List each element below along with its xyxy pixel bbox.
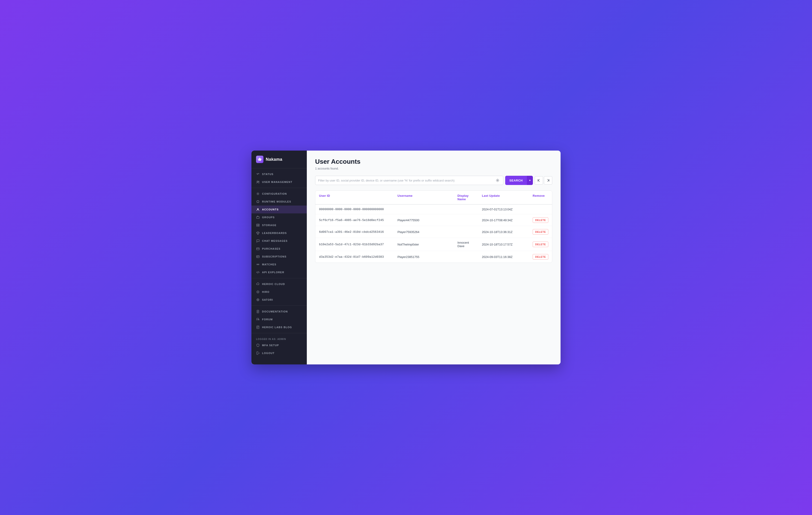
cell-display-name: Innocent Dave xyxy=(454,238,478,251)
svg-point-25 xyxy=(497,180,498,181)
table-row: 00000000-0000-0000-0000-000000000000 202… xyxy=(315,205,552,214)
forum-icon xyxy=(256,318,260,321)
sidebar-item-leaderboards[interactable]: LEADERBOARDS xyxy=(252,229,307,237)
settings-icon xyxy=(256,192,260,196)
svg-rect-4 xyxy=(257,201,259,202)
sidebar-item-heroic-labs-blog[interactable]: HEROIC LABS BLOG xyxy=(252,323,307,331)
doc-icon xyxy=(256,310,260,314)
sidebar-item-api-explorer[interactable]: API EXPLORER xyxy=(252,268,307,276)
cell-last-update: 2024-07-01T13:13:04Z xyxy=(478,205,529,214)
cell-user-id: 5cf6cf16-f5a6-4885-ae76-5e18d0ecf245 xyxy=(315,215,394,225)
cell-remove: DELETE xyxy=(529,251,552,263)
cell-username: Player44775500 xyxy=(394,215,454,225)
cell-username: NotTheImp0ster xyxy=(394,240,454,249)
cell-user-id: 00000000-0000-0000-0000-000000000000 xyxy=(315,205,394,214)
sidebar-item-satori[interactable]: SATORI xyxy=(252,296,307,304)
pagination-buttons xyxy=(535,176,552,185)
sidebar-item-forum[interactable]: FORUM xyxy=(252,316,307,323)
sidebar-section-cloud: HEROIC CLOUD HIRO SATORI xyxy=(252,278,307,306)
sidebar-item-runtime-modules[interactable]: RUNTIME MODULES xyxy=(252,198,307,206)
app-container: Nakama STATUS xyxy=(252,151,560,364)
search-input-wrap xyxy=(315,176,503,185)
svg-rect-6 xyxy=(257,217,259,218)
code-icon xyxy=(256,270,260,274)
cell-remove: DELETE xyxy=(529,226,552,238)
table-row: 6d007ca1-a391-46e2-810d-cbdcd2563416 Pla… xyxy=(315,226,552,238)
delete-button[interactable]: DELETE xyxy=(533,242,548,247)
chat-icon xyxy=(256,239,260,243)
delete-button[interactable]: DELETE xyxy=(533,254,548,260)
sidebar-item-hiro[interactable]: HIRO xyxy=(252,288,307,296)
pagination-next-button[interactable] xyxy=(544,176,552,185)
hiro-icon xyxy=(256,290,260,294)
cell-remove: DELETE xyxy=(529,214,552,226)
group-icon xyxy=(256,215,260,219)
delete-button[interactable]: DELETE xyxy=(533,217,548,223)
search-dropdown-button[interactable]: ▾ xyxy=(527,176,533,185)
sidebar-item-heroic-cloud[interactable]: HEROIC CLOUD xyxy=(252,280,307,288)
sidebar-item-storage[interactable]: STORAGE xyxy=(252,221,307,229)
cell-user-id: 6d007ca1-a391-46e2-810d-cbdcd2563416 xyxy=(315,227,394,237)
storage-icon xyxy=(256,223,260,227)
sidebar-item-mfa-setup[interactable]: MFA SETUP xyxy=(252,341,307,349)
sidebar-item-accounts[interactable]: ACCOUNTS xyxy=(252,206,307,213)
search-input[interactable] xyxy=(318,179,495,182)
satori-icon xyxy=(256,298,260,302)
match-icon xyxy=(256,263,260,266)
sidebar-section-docs: DOCUMENTATION FORUM xyxy=(252,306,307,333)
svg-point-9 xyxy=(259,224,259,225)
pagination-prev-button[interactable] xyxy=(535,176,543,185)
cell-user-id: b10e2a53-5a1d-47c1-823d-61b33d92ba37 xyxy=(315,240,394,249)
sidebar-item-user-management[interactable]: USER MANAGEMENT xyxy=(252,178,307,186)
svg-point-17 xyxy=(257,299,259,301)
sidebar-item-groups[interactable]: GROUPS xyxy=(252,213,307,221)
svg-point-16 xyxy=(257,291,259,293)
search-gear-button[interactable] xyxy=(495,178,500,183)
column-username: Username xyxy=(394,191,454,204)
activity-icon xyxy=(256,172,260,176)
trophy-icon xyxy=(256,231,260,235)
svg-point-13 xyxy=(257,264,258,265)
search-button-group: SEARCH ▾ xyxy=(505,176,533,185)
sidebar-footer: LOGGED IN AS: ADMIN MFA SETUP L xyxy=(252,333,307,360)
sidebar-item-chat-messages[interactable]: CHAT MESSAGES xyxy=(252,237,307,245)
svg-point-3 xyxy=(257,193,258,194)
cell-last-update: 2024-10-18T13:36:31Z xyxy=(478,227,529,237)
table-row: 5cf6cf16-f5a6-4885-ae76-5e18d0ecf245 Pla… xyxy=(315,214,552,226)
column-user-id: User ID xyxy=(315,191,394,204)
column-remove: Remove xyxy=(529,191,552,204)
cell-last-update: 2024-09-03T11:16:38Z xyxy=(478,252,529,262)
cell-user-id: d3a353d2-e7aa-432d-81d7-b609a12d0383 xyxy=(315,252,394,262)
svg-point-14 xyxy=(258,264,259,265)
table-row: b10e2a53-5a1d-47c1-823d-61b33d92ba37 Not… xyxy=(315,238,552,251)
cell-display-name xyxy=(454,254,478,260)
svg-marker-0 xyxy=(258,158,262,161)
cell-last-update: 2024-10-18T10:17:57Z xyxy=(478,240,529,249)
sidebar-item-subscriptions[interactable]: SUBSCRIPTIONS xyxy=(252,253,307,261)
main-content: User Accounts 1 accounts found. SEARCH ▾ xyxy=(307,151,560,364)
sidebar-item-documentation[interactable]: DOCUMENTATION xyxy=(252,307,307,316)
search-button[interactable]: SEARCH xyxy=(505,176,527,185)
sidebar-item-configuration[interactable]: CONFIGURATION xyxy=(252,190,307,198)
table-header: User ID Username Display Name Last Updat… xyxy=(315,191,552,205)
sidebar-logo: Nakama xyxy=(252,151,307,168)
svg-point-2 xyxy=(258,181,259,182)
logged-in-label: LOGGED IN AS: ADMIN xyxy=(252,336,307,341)
sidebar-item-status[interactable]: STATUS xyxy=(252,170,307,178)
sidebar-item-matches[interactable]: MATCHES xyxy=(252,261,307,268)
cell-display-name xyxy=(454,207,478,213)
cell-remove: DELETE xyxy=(529,239,552,250)
sidebar-item-logout[interactable]: LOGOUT xyxy=(252,349,307,357)
column-last-update: Last Update xyxy=(478,191,529,204)
delete-button[interactable]: DELETE xyxy=(533,229,548,235)
sidebar-item-purchases[interactable]: PURCHASES xyxy=(252,245,307,253)
svg-rect-11 xyxy=(257,248,259,250)
cell-username: Player75935264 xyxy=(394,227,454,237)
blog-icon xyxy=(256,325,260,329)
search-bar: SEARCH ▾ xyxy=(315,176,552,185)
svg-rect-12 xyxy=(257,256,259,258)
column-display-name: Display Name xyxy=(454,191,478,204)
logo-icon xyxy=(256,156,263,163)
logo-text: Nakama xyxy=(266,157,282,162)
cell-remove xyxy=(529,207,552,213)
